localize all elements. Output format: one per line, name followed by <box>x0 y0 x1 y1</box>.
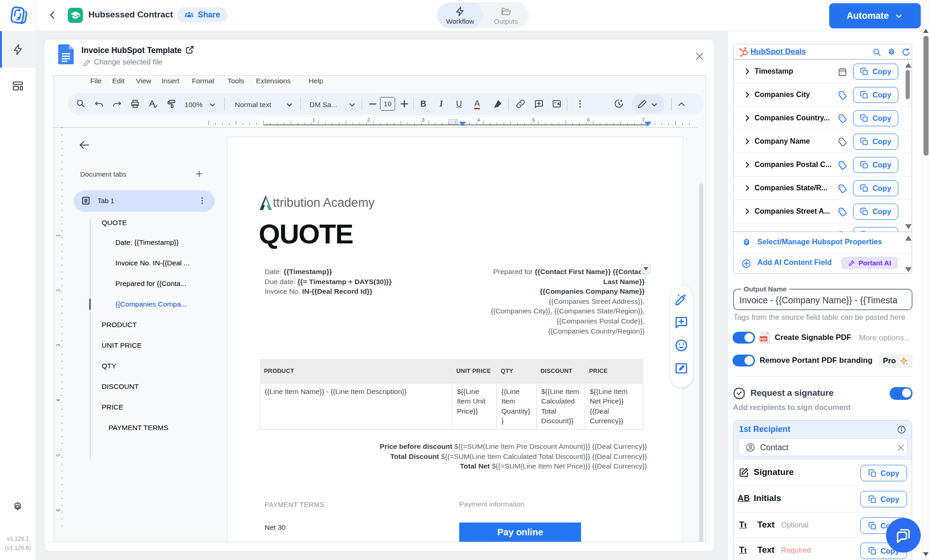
svg-text:PDF: PDF <box>760 337 767 341</box>
